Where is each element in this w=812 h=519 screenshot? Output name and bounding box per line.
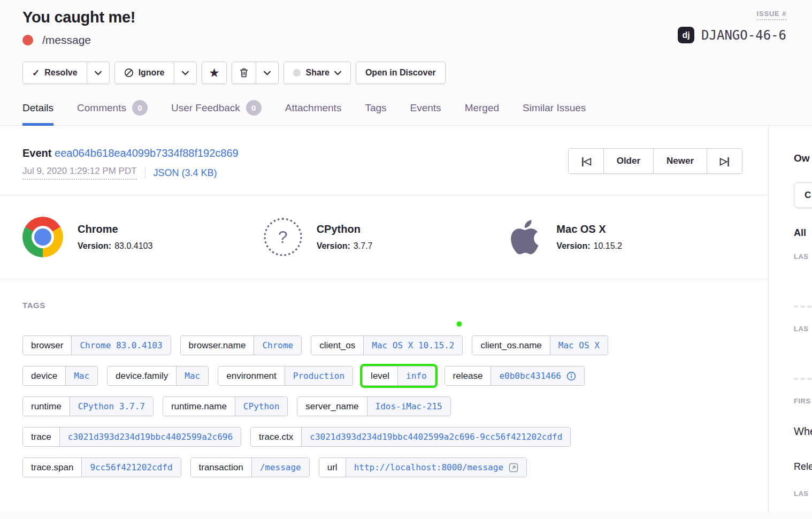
- share-status-dot-icon: [293, 69, 301, 77]
- info-icon[interactable]: [566, 371, 576, 381]
- ignore-button[interactable]: Ignore: [115, 62, 174, 83]
- context-os: Mac OS X Version:10.15.2: [504, 217, 746, 257]
- issue-title-block: You caught me! /message: [22, 9, 135, 47]
- chevron-down-icon: [334, 71, 341, 75]
- share-button[interactable]: Share: [284, 62, 350, 83]
- tag-key: client_os: [311, 336, 363, 355]
- tag-environment: environment Production: [218, 366, 353, 386]
- sidebar-last-seen-label: LAS: [794, 253, 812, 261]
- tag-value-link[interactable]: e0b0bc431466: [491, 367, 584, 385]
- event-timestamp: Jul 9, 2020 1:29:12 PM PDT: [22, 166, 137, 180]
- issue-number-label: ISSUE #: [757, 10, 786, 20]
- tag-value-link[interactable]: Idos-iMac-215: [367, 397, 450, 416]
- sidebar-last-seen-label-3: LAS: [794, 490, 812, 498]
- newest-event-button[interactable]: ▷|: [707, 149, 742, 173]
- newer-event-button[interactable]: Newer: [653, 149, 707, 173]
- tab-events[interactable]: Events: [410, 100, 441, 125]
- tag-client-os: client_os Mac OS X 10.15.2: [311, 335, 463, 355]
- page-title: You caught me!: [22, 9, 135, 26]
- tag-value-text: e0b0bc431466: [499, 371, 561, 381]
- assignee-selector-button[interactable]: C: [794, 182, 812, 208]
- tag-value-link[interactable]: 9cc56f421202cdfd: [81, 458, 180, 477]
- tag-value-link[interactable]: CPython 3.7.7: [70, 397, 153, 416]
- resolve-button-group: ✓ Resolve: [22, 62, 110, 84]
- tag-value-link[interactable]: /message: [251, 458, 309, 477]
- issue-culprit: /message: [42, 34, 91, 47]
- tab-label: Similar Issues: [523, 102, 586, 114]
- event-json-link[interactable]: JSON (3.4 KB): [154, 167, 217, 179]
- tab-label: Attachments: [285, 102, 342, 114]
- tag-value-link[interactable]: CPython: [235, 397, 287, 416]
- oldest-event-button[interactable]: |◁: [569, 149, 603, 173]
- bookmark-button[interactable]: ★: [202, 62, 227, 83]
- tag-trace-ctx: trace.ctx c3021d393d234d19bbc4402599a2c6…: [250, 427, 571, 447]
- delete-button-group: [232, 62, 279, 84]
- tab-label: User Feedback: [171, 102, 240, 114]
- tag-value-link[interactable]: Production: [285, 367, 353, 385]
- version-value: 10.15.2: [593, 241, 622, 250]
- tab-tags[interactable]: Tags: [365, 100, 386, 125]
- tag-value-link[interactable]: Mac: [176, 367, 208, 385]
- check-icon: ✓: [32, 68, 40, 78]
- tag-value-link[interactable]: Mac: [65, 367, 97, 385]
- ignore-button-group: Ignore: [114, 62, 197, 84]
- event-details-main: Event eea064b618ea4099b7334f88f192c869 J…: [0, 126, 768, 513]
- tag-value-link[interactable]: Chrome 83.0.4103: [71, 336, 170, 355]
- newer-label: Newer: [667, 156, 694, 166]
- tag-key: trace: [23, 428, 59, 446]
- resolve-dropdown-button[interactable]: [87, 62, 109, 83]
- tab-details[interactable]: Details: [22, 100, 53, 125]
- version-value: 83.0.4103: [114, 241, 152, 250]
- tab-similar-issues[interactable]: Similar Issues: [523, 100, 586, 125]
- context-name: Mac OS X: [556, 223, 622, 235]
- tag-key: device.family: [108, 367, 176, 385]
- tag-device-family: device.family Mac: [107, 366, 209, 386]
- tag-value-link[interactable]: c3021d393d234d19bbc4402599a2c696-9cc56f4…: [301, 428, 570, 446]
- tab-comments[interactable]: Comments 0: [77, 100, 148, 125]
- delete-button[interactable]: [232, 62, 256, 83]
- tag-trace-span: trace.span 9cc56f421202cdfd: [22, 457, 181, 477]
- sidebar-release-text: Rele: [794, 461, 812, 472]
- apple-logo-icon: [504, 217, 542, 257]
- sidebar-when-text: Whe: [794, 425, 812, 438]
- resolve-label: Resolve: [44, 68, 77, 78]
- tag-url: url http://localhost:8000/message: [319, 457, 527, 477]
- tag-key: runtime: [23, 397, 70, 416]
- tab-label: Merged: [465, 102, 499, 114]
- tag-key: device: [23, 367, 65, 385]
- tag-value-link[interactable]: http://localhost:8000/message: [346, 458, 526, 477]
- tag-key: trace.ctx: [251, 428, 301, 446]
- tag-key: transaction: [191, 458, 251, 477]
- tab-label: Tags: [365, 102, 386, 114]
- tag-value-link[interactable]: c3021d393d234d19bbc4402599a2c696: [59, 428, 241, 446]
- resolve-button[interactable]: ✓ Resolve: [23, 62, 87, 83]
- share-label: Share: [305, 68, 329, 78]
- django-project-icon: dj: [678, 27, 694, 43]
- tag-browser-name: browser.name Chrome: [180, 335, 302, 355]
- tag-value-text: http://localhost:8000/message: [354, 462, 503, 472]
- tag-value-link[interactable]: Chrome: [254, 336, 301, 355]
- version-label: Version:: [78, 241, 111, 250]
- cursor-dot: [457, 322, 462, 326]
- chevron-down-icon: [264, 71, 271, 75]
- issue-details-page: You caught me! /message ISSUE # dj DJANG…: [0, 0, 812, 519]
- tab-user-feedback[interactable]: User Feedback 0: [171, 100, 262, 125]
- tag-value-link[interactable]: Mac OS X 10.15.2: [363, 336, 462, 355]
- tag-value-link[interactable]: info: [397, 367, 435, 385]
- tag-device: device Mac: [22, 366, 98, 386]
- event-id-link[interactable]: eea064b618ea4099b7334f88f192c869: [55, 147, 239, 159]
- ignore-dropdown-button[interactable]: [174, 62, 196, 83]
- delete-dropdown-button[interactable]: [256, 62, 278, 83]
- issue-tab-bar: Details Comments 0 User Feedback 0 Attac…: [0, 100, 812, 126]
- tab-attachments[interactable]: Attachments: [285, 100, 342, 125]
- tag-key: release: [445, 367, 491, 385]
- external-link-icon[interactable]: [509, 463, 518, 472]
- tab-merged[interactable]: Merged: [465, 100, 499, 125]
- sparkline-placeholder: [794, 306, 812, 308]
- tag-value-link[interactable]: Mac OS X: [550, 336, 608, 355]
- sidebar-all-label: All: [794, 227, 812, 239]
- open-in-discover-button[interactable]: Open in Discover: [356, 62, 445, 83]
- event-context-summary: Chrome Version:83.0.4103 ? CPython Versi…: [0, 195, 768, 279]
- tags-heading: TAGS: [22, 301, 746, 310]
- older-event-button[interactable]: Older: [603, 149, 653, 173]
